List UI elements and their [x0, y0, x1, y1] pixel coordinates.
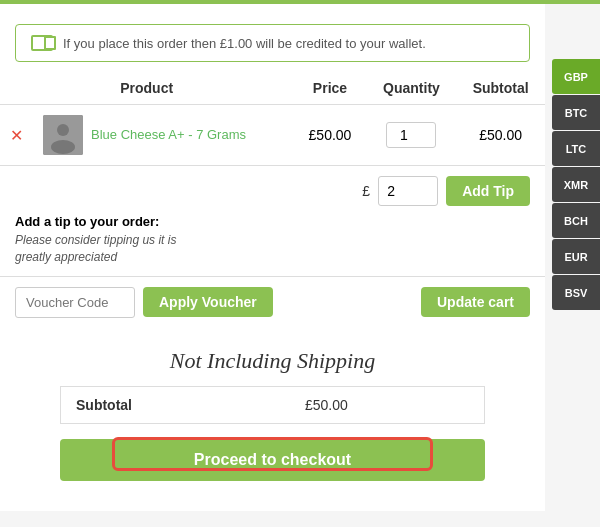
svg-point-2	[51, 140, 75, 154]
wallet-notice: If you place this order then £1.00 will …	[15, 24, 530, 62]
currency-bsv[interactable]: BSV	[552, 275, 600, 310]
currency-eur[interactable]: EUR	[552, 239, 600, 274]
wallet-icon	[31, 35, 53, 51]
col-price: Price	[293, 72, 366, 105]
apply-voucher-button[interactable]: Apply Voucher	[143, 287, 273, 317]
product-thumbnail	[43, 115, 83, 155]
svg-point-1	[57, 124, 69, 136]
product-cell: Blue Cheese A+ - 7 Grams	[43, 115, 283, 155]
currency-gbp[interactable]: GBP	[552, 59, 600, 94]
table-row: ✕ Blue Cheese A+ - 7 Grams	[0, 105, 545, 166]
subtotal-value: £50.00	[290, 386, 485, 423]
currency-btc[interactable]: BTC	[552, 95, 600, 130]
totals-section: Not Including Shipping Subtotal £50.00 P…	[0, 328, 545, 501]
checkout-button[interactable]: Proceed to checkout	[60, 439, 485, 481]
currency-bch[interactable]: BCH	[552, 203, 600, 238]
subtotal-label: Subtotal	[61, 386, 290, 423]
quantity-input[interactable]	[386, 122, 436, 148]
product-price: £50.00	[293, 105, 366, 166]
product-name[interactable]: Blue Cheese A+ - 7 Grams	[91, 127, 246, 144]
update-cart-button[interactable]: Update cart	[421, 287, 530, 317]
cart-table: Product Price Quantity Subtotal ✕	[0, 72, 545, 165]
tip-sublabel: Please consider tipping us it isgreatly …	[15, 232, 530, 266]
tip-currency: £	[362, 183, 370, 199]
subtotal-row: Subtotal £50.00	[61, 386, 485, 423]
tip-section: £ Add Tip Add a tip to your order: Pleas…	[0, 165, 545, 276]
tip-row: £ Add Tip	[15, 176, 530, 206]
wallet-notice-text: If you place this order then £1.00 will …	[63, 36, 426, 51]
col-quantity: Quantity	[367, 72, 457, 105]
voucher-input[interactable]	[15, 287, 135, 318]
col-subtotal: Subtotal	[456, 72, 545, 105]
voucher-left: Apply Voucher	[15, 287, 273, 318]
checkout-container: Proceed to checkout	[60, 439, 485, 481]
add-tip-button[interactable]: Add Tip	[446, 176, 530, 206]
currency-xmr[interactable]: XMR	[552, 167, 600, 202]
delete-item-button[interactable]: ✕	[10, 127, 23, 144]
totals-title: Not Including Shipping	[60, 348, 485, 374]
col-product: Product	[0, 72, 293, 105]
cart-container: If you place this order then £1.00 will …	[0, 4, 545, 511]
tip-input[interactable]	[378, 176, 438, 206]
voucher-row: Apply Voucher Update cart	[0, 276, 545, 328]
currency-sidebar: GBP BTC LTC XMR BCH EUR BSV	[545, 4, 600, 527]
currency-ltc[interactable]: LTC	[552, 131, 600, 166]
totals-table: Subtotal £50.00	[60, 386, 485, 424]
tip-label: Add a tip to your order:	[15, 214, 530, 229]
product-subtotal: £50.00	[456, 105, 545, 166]
